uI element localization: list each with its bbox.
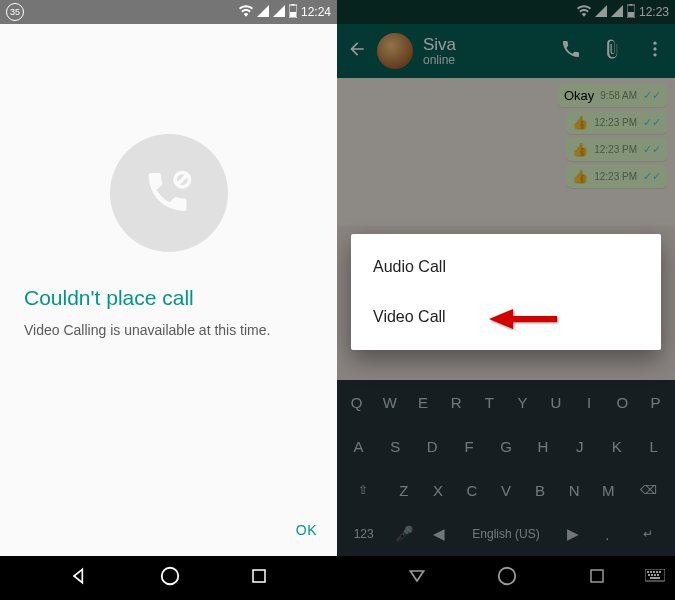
- key[interactable]: X: [422, 471, 454, 509]
- battery-icon: [627, 4, 635, 21]
- message-emoji: 👍: [572, 142, 588, 157]
- status-bar: 12:23: [337, 0, 675, 24]
- message-emoji: 👍: [572, 169, 588, 184]
- key[interactable]: W: [374, 383, 405, 421]
- svg-point-11: [653, 47, 656, 50]
- key[interactable]: I: [573, 383, 604, 421]
- key[interactable]: J: [562, 427, 597, 465]
- svg-rect-23: [648, 574, 650, 576]
- audio-call-option[interactable]: Audio Call: [351, 242, 661, 292]
- svg-point-15: [499, 568, 516, 585]
- message-text: Okay: [564, 88, 594, 103]
- ok-button[interactable]: OK: [296, 522, 317, 538]
- key[interactable]: P: [640, 383, 671, 421]
- svg-rect-27: [650, 577, 660, 579]
- key[interactable]: U: [540, 383, 571, 421]
- keyboard-row: Q W E R T Y U I O P: [337, 380, 675, 424]
- key[interactable]: T: [474, 383, 505, 421]
- contact-status: online: [423, 53, 456, 67]
- avatar[interactable]: [377, 33, 413, 69]
- signal-icon-2: [273, 5, 285, 20]
- keyboard[interactable]: Q W E R T Y U I O P A S D F G H J K L ⇧ …: [337, 380, 675, 556]
- home-icon[interactable]: [496, 565, 518, 591]
- key[interactable]: S: [378, 427, 413, 465]
- back-icon[interactable]: [69, 566, 89, 590]
- status-time: 12:24: [301, 5, 331, 19]
- back-icon[interactable]: [347, 39, 367, 63]
- key[interactable]: Y: [507, 383, 538, 421]
- key[interactable]: D: [415, 427, 450, 465]
- header-title-block[interactable]: Siva online: [423, 35, 456, 67]
- key[interactable]: E: [407, 383, 438, 421]
- signal-icon: [257, 5, 269, 20]
- svg-rect-25: [654, 574, 656, 576]
- phone-unavailable-icon: [110, 134, 228, 252]
- back-icon[interactable]: [407, 566, 427, 590]
- signal-icon-2: [611, 5, 623, 20]
- call-icon[interactable]: [561, 39, 581, 63]
- message-time: 12:23 PM: [594, 117, 637, 128]
- svg-rect-20: [653, 571, 655, 573]
- svg-rect-22: [659, 571, 661, 573]
- key[interactable]: G: [489, 427, 524, 465]
- home-icon[interactable]: [159, 565, 181, 591]
- keyboard-row: A S D F G H J K L: [337, 424, 675, 468]
- svg-rect-26: [657, 574, 659, 576]
- error-panel: Couldn't place call Video Calling is una…: [0, 24, 337, 556]
- key[interactable]: M: [592, 471, 624, 509]
- status-time: 12:23: [639, 5, 669, 19]
- svg-point-12: [653, 53, 656, 56]
- status-bar: 35 12:24: [0, 0, 337, 24]
- chat-area[interactable]: Okay 9:58 AM ✓✓ 👍 12:23 PM ✓✓ 👍 12:23 PM…: [337, 78, 675, 226]
- right-arrow-icon[interactable]: ▶: [557, 515, 589, 553]
- mic-icon[interactable]: 🎤: [388, 515, 420, 553]
- more-icon[interactable]: [645, 39, 665, 63]
- svg-point-5: [161, 568, 178, 585]
- error-subtitle: Video Calling is unavailable at this tim…: [24, 322, 270, 338]
- keyboard-hide-icon[interactable]: [645, 569, 665, 587]
- nav-bar: [337, 556, 675, 600]
- message-emoji: 👍: [572, 115, 588, 130]
- svg-rect-9: [628, 12, 634, 17]
- nav-bar: [0, 556, 337, 600]
- shift-key[interactable]: ⇧: [341, 471, 386, 509]
- key[interactable]: K: [599, 427, 634, 465]
- key[interactable]: Z: [388, 471, 420, 509]
- spacebar[interactable]: English (US): [457, 515, 554, 553]
- attach-icon[interactable]: [603, 39, 623, 63]
- wifi-icon: [239, 5, 253, 20]
- key[interactable]: B: [524, 471, 556, 509]
- recents-icon[interactable]: [588, 567, 606, 589]
- period-key[interactable]: .: [591, 515, 623, 553]
- symbols-key[interactable]: 123: [341, 515, 386, 553]
- key[interactable]: N: [558, 471, 590, 509]
- recents-icon[interactable]: [250, 567, 268, 589]
- key[interactable]: O: [607, 383, 638, 421]
- battery-icon: [289, 4, 297, 21]
- signal-icon: [595, 5, 607, 20]
- svg-rect-18: [647, 571, 649, 573]
- key[interactable]: C: [456, 471, 488, 509]
- key[interactable]: Q: [341, 383, 372, 421]
- message-bubble[interactable]: 👍 12:23 PM ✓✓: [566, 138, 667, 161]
- message-bubble[interactable]: 👍 12:23 PM ✓✓: [566, 111, 667, 134]
- key[interactable]: A: [341, 427, 376, 465]
- key[interactable]: V: [490, 471, 522, 509]
- keyboard-row: 123 🎤 ◀ English (US) ▶ . ↵: [337, 512, 675, 556]
- key[interactable]: H: [525, 427, 560, 465]
- message-bubble[interactable]: 👍 12:23 PM ✓✓: [566, 165, 667, 188]
- svg-rect-1: [291, 4, 294, 6]
- enter-key[interactable]: ↵: [626, 515, 671, 553]
- svg-line-4: [176, 174, 187, 185]
- key[interactable]: L: [636, 427, 671, 465]
- message-time: 9:58 AM: [600, 90, 637, 101]
- right-screen: 12:23 Siva online Okay 9:58 AM ✓✓ 👍 12:2…: [337, 0, 675, 600]
- contact-name: Siva: [423, 35, 456, 55]
- key[interactable]: R: [441, 383, 472, 421]
- key[interactable]: F: [452, 427, 487, 465]
- left-arrow-icon[interactable]: ◀: [423, 515, 455, 553]
- backspace-key[interactable]: ⌫: [626, 471, 671, 509]
- read-ticks-icon: ✓✓: [643, 170, 661, 183]
- message-bubble[interactable]: Okay 9:58 AM ✓✓: [558, 84, 667, 107]
- svg-rect-2: [290, 12, 296, 17]
